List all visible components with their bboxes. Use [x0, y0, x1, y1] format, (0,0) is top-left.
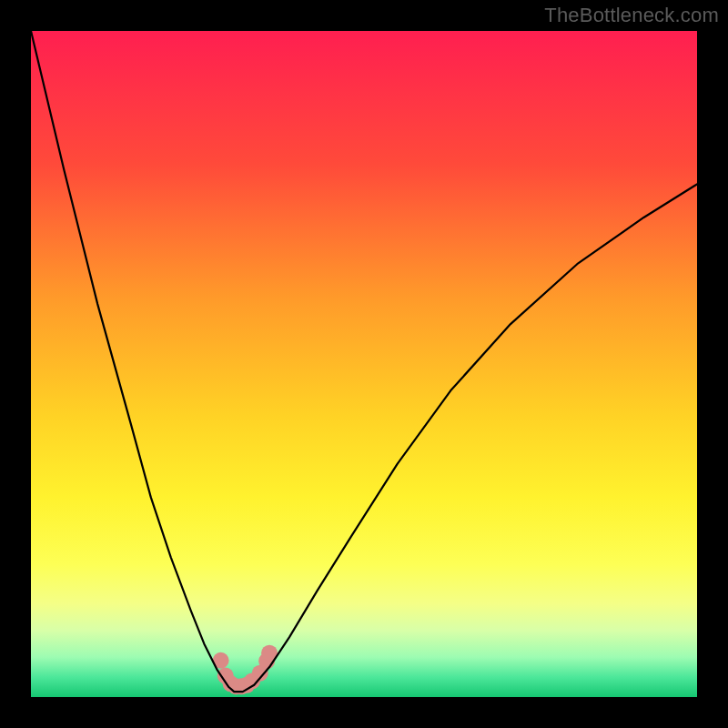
- plot-area: [31, 31, 697, 697]
- gradient-background: [31, 31, 697, 697]
- watermark-text: TheBottleneck.com: [544, 4, 719, 27]
- bottleneck-chart-svg: [31, 31, 697, 697]
- chart-frame: TheBottleneck.com: [0, 0, 728, 728]
